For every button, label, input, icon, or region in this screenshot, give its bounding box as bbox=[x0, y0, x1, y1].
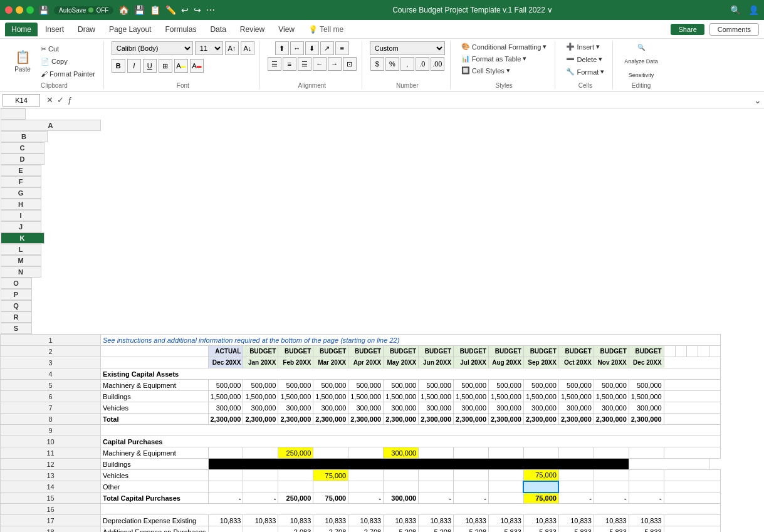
cell-i15[interactable]: - bbox=[454, 493, 489, 504]
cell-e7[interactable]: 300,000 bbox=[313, 402, 348, 414]
cell-e15[interactable]: 75,000 bbox=[313, 493, 348, 504]
col-header-r[interactable]: R bbox=[1, 311, 32, 323]
cell-g5[interactable]: 500,000 bbox=[384, 380, 419, 391]
cell-g7[interactable]: 300,000 bbox=[384, 402, 419, 414]
insert-button[interactable]: ➕ Insert ▾ bbox=[563, 41, 603, 52]
cell-rest-6[interactable] bbox=[664, 391, 720, 402]
menu-page-layout[interactable]: Page Layout bbox=[103, 23, 157, 36]
cell-l5[interactable]: 500,000 bbox=[558, 380, 594, 391]
cell-9[interactable] bbox=[101, 425, 721, 436]
align-center-button[interactable]: ≡ bbox=[283, 57, 296, 71]
cell-j18[interactable]: 5,833 bbox=[489, 526, 524, 533]
cell-m13[interactable] bbox=[594, 470, 629, 481]
cell-g3[interactable]: May 20XX bbox=[384, 357, 419, 368]
cell-d13[interactable] bbox=[278, 470, 313, 481]
cell-l14[interactable] bbox=[558, 481, 594, 493]
cell-c17[interactable]: 10,833 bbox=[243, 515, 278, 526]
cell-j5[interactable]: 500,000 bbox=[489, 380, 524, 391]
cell-b14[interactable] bbox=[208, 481, 243, 493]
cell-a13[interactable]: Vehicles bbox=[101, 470, 209, 481]
cell-k7[interactable]: 300,000 bbox=[523, 402, 558, 414]
cell-rest-12[interactable] bbox=[629, 459, 709, 470]
cell-i17[interactable]: 10,833 bbox=[454, 515, 489, 526]
account-icon[interactable]: 👤 bbox=[748, 5, 759, 15]
cell-n5[interactable]: 500,000 bbox=[629, 380, 664, 391]
col-header-n[interactable]: N bbox=[1, 266, 41, 278]
cell-m7[interactable]: 300,000 bbox=[594, 402, 629, 414]
cell-b8[interactable]: 2,300,000 bbox=[208, 414, 243, 425]
cell-e2[interactable]: BUDGET bbox=[313, 346, 348, 357]
cell-16[interactable] bbox=[101, 504, 721, 515]
cell-j2[interactable]: BUDGET bbox=[489, 346, 524, 357]
format-button[interactable]: 🔧 Format ▾ bbox=[563, 66, 607, 77]
cell-g11[interactable]: 300,000 bbox=[384, 447, 419, 459]
cell-i6[interactable]: 1,500,000 bbox=[454, 391, 489, 402]
cell-c2[interactable]: BUDGET bbox=[243, 346, 278, 357]
cell-b18[interactable]: - bbox=[208, 526, 243, 533]
wrap-text-button[interactable]: ≡ bbox=[335, 41, 349, 55]
maximize-button[interactable] bbox=[26, 6, 34, 14]
cell-rest-5[interactable] bbox=[664, 380, 720, 391]
cell-e14[interactable] bbox=[313, 481, 348, 493]
cell-c15[interactable]: - bbox=[243, 493, 278, 504]
cell-k14[interactable] bbox=[523, 481, 558, 493]
grid-area[interactable]: A B C D E F G H I J K L M N O P Q bbox=[0, 108, 764, 532]
cell-l18[interactable]: 5,833 bbox=[558, 526, 594, 533]
cell-n8[interactable]: 2,300,000 bbox=[629, 414, 664, 425]
cell-a2[interactable] bbox=[101, 346, 209, 357]
cell-c5[interactable]: 500,000 bbox=[243, 380, 278, 391]
cell-m2[interactable]: BUDGET bbox=[594, 346, 629, 357]
orientation-button[interactable]: ↗ bbox=[320, 41, 334, 55]
increase-indent-button[interactable]: → bbox=[328, 57, 342, 71]
cell-a10[interactable]: Capital Purchases bbox=[101, 436, 721, 447]
cell-e5[interactable]: 500,000 bbox=[313, 380, 348, 391]
cell-l13[interactable] bbox=[558, 470, 594, 481]
cell-n7[interactable]: 300,000 bbox=[629, 402, 664, 414]
cell-e17[interactable]: 10,833 bbox=[313, 515, 348, 526]
cell-g13[interactable] bbox=[384, 470, 419, 481]
cell-d15[interactable]: 250,000 bbox=[278, 493, 313, 504]
cell-e3[interactable]: Mar 20XX bbox=[313, 357, 348, 368]
col-header-s[interactable]: S bbox=[1, 323, 32, 334]
cell-m6[interactable]: 1,500,000 bbox=[594, 391, 629, 402]
cell-a17[interactable]: Depreciation Expense Existing bbox=[101, 515, 209, 526]
cell-m5[interactable]: 500,000 bbox=[594, 380, 629, 391]
search-editing-button[interactable]: 🔍 bbox=[629, 41, 654, 53]
cell-a11[interactable]: Machinery & Equipment bbox=[101, 447, 209, 459]
align-right-button[interactable]: ☰ bbox=[298, 57, 311, 71]
cell-h8[interactable]: 2,300,000 bbox=[419, 414, 454, 425]
cell-rest-14[interactable] bbox=[664, 481, 720, 493]
cell-d2[interactable]: BUDGET bbox=[278, 346, 313, 357]
cell-g14[interactable] bbox=[384, 481, 419, 493]
menu-tell-me[interactable]: 💡 Tell me bbox=[302, 23, 350, 36]
share-button[interactable]: Share bbox=[671, 24, 704, 35]
cell-j3[interactable]: Aug 20XX bbox=[489, 357, 524, 368]
sensitivity-button[interactable]: Sensitivity bbox=[625, 70, 658, 81]
cell-p2[interactable] bbox=[675, 346, 686, 357]
decrease-indent-button[interactable]: ← bbox=[313, 57, 327, 71]
cell-d14[interactable] bbox=[278, 481, 313, 493]
cell-m8[interactable]: 2,300,000 bbox=[594, 414, 629, 425]
cell-a15[interactable]: Total Capital Purchases bbox=[101, 493, 209, 504]
cell-c8[interactable]: 2,300,000 bbox=[243, 414, 278, 425]
cell-c3[interactable]: Jan 20XX bbox=[243, 357, 278, 368]
cell-h6[interactable]: 1,500,000 bbox=[419, 391, 454, 402]
cell-styles-button[interactable]: 🔲 Cell Styles ▾ bbox=[458, 65, 513, 76]
cell-f5[interactable]: 500,000 bbox=[348, 380, 384, 391]
italic-button[interactable]: I bbox=[127, 59, 141, 73]
menu-formulas[interactable]: Formulas bbox=[159, 23, 202, 36]
cell-m18[interactable]: 5,833 bbox=[594, 526, 629, 533]
cell-i13[interactable] bbox=[454, 470, 489, 481]
menu-view[interactable]: View bbox=[272, 23, 301, 36]
col-header-g[interactable]: G bbox=[1, 187, 41, 199]
number-format-select[interactable]: Custom bbox=[370, 41, 445, 55]
cell-h7[interactable]: 300,000 bbox=[419, 402, 454, 414]
cell-rest-15[interactable] bbox=[664, 493, 720, 504]
cell-n11[interactable] bbox=[629, 447, 664, 459]
cell-c7[interactable]: 300,000 bbox=[243, 402, 278, 414]
cell-n14[interactable] bbox=[629, 481, 664, 493]
cell-g17[interactable]: 10,833 bbox=[384, 515, 419, 526]
cell-f18[interactable]: 2,708 bbox=[348, 526, 384, 533]
format-painter-button[interactable]: 🖌 Format Painter bbox=[38, 69, 98, 79]
cell-l15[interactable]: - bbox=[558, 493, 594, 504]
